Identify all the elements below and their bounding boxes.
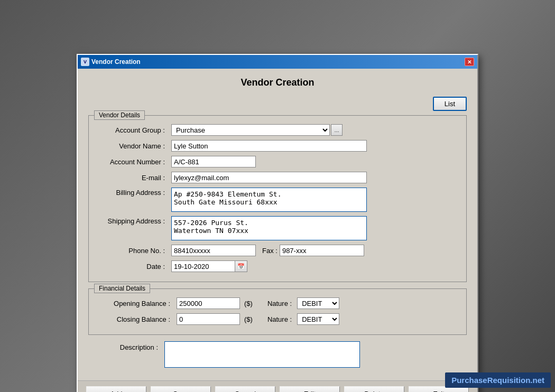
app-window: FA Financial Accounting (Standard Editio… — [0, 0, 555, 392]
phone-fax-row: Phone No. : Fax : — [95, 245, 460, 256]
cancel-button[interactable]: Cancel — [215, 386, 275, 392]
closing-balance-row: Closing Balance : ($) Nature : DEBIT CRE… — [95, 313, 460, 325]
account-group-browse-button[interactable]: ... — [331, 124, 343, 136]
closing-balance-label: Closing Balance : — [95, 315, 174, 323]
delete-button[interactable]: Delete — [344, 386, 404, 392]
dialog-heading: Vendor Creation — [88, 77, 467, 88]
shipping-address-input[interactable]: 557-2026 Purus St. Watertown TN 07xxx — [171, 216, 367, 240]
account-group-container: Purchase ... — [171, 124, 343, 136]
opening-balance-label: Opening Balance : — [95, 300, 174, 307]
dialog-title: Vendor Creation — [91, 58, 462, 66]
dialog-title-bar: V Vendor Creation ✕ — [78, 55, 477, 69]
email-row: E-mail : — [95, 172, 460, 183]
billing-address-label: Billing Address : — [95, 188, 169, 197]
opening-balance-input[interactable] — [177, 297, 240, 309]
vendor-name-label: Vendor Name : — [95, 142, 169, 150]
vendor-details-label: Vendor Details — [94, 110, 145, 120]
fax-input[interactable] — [280, 245, 364, 256]
watermark: PurchaseRequisition.net — [445, 372, 551, 388]
dialog-close-button[interactable]: ✕ — [465, 58, 474, 66]
dialog-overlay: V Vendor Creation ✕ Vendor Creation List… — [0, 49, 555, 392]
list-button[interactable]: List — [433, 97, 467, 111]
dialog-footer: Add Save Cancel Edit Delete Exit — [78, 380, 477, 392]
date-label: Date : — [95, 263, 169, 270]
add-button[interactable]: Add — [86, 386, 146, 392]
shipping-address-row: Shipping Address : 557-2026 Purus St. Wa… — [95, 216, 460, 240]
opening-currency: ($) — [244, 300, 253, 307]
vendor-name-row: Vendor Name : — [95, 140, 460, 152]
dialog-icon: V — [81, 58, 89, 66]
account-number-input[interactable] — [171, 156, 256, 167]
description-input[interactable] — [164, 341, 360, 368]
billing-address-row: Billing Address : Ap #250-9843 Elementum… — [95, 188, 460, 212]
closing-currency: ($) — [244, 315, 253, 323]
phone-input[interactable] — [171, 245, 256, 256]
content-area: V Vendor Creation ✕ Vendor Creation List… — [0, 49, 555, 392]
billing-address-input[interactable]: Ap #250-9843 Elementum St. South Gate Mi… — [171, 188, 367, 212]
email-label: E-mail : — [95, 174, 169, 182]
date-input[interactable] — [171, 260, 235, 272]
description-row: Description : — [88, 341, 467, 368]
account-group-select[interactable]: Purchase — [171, 124, 330, 136]
account-number-label: Account Number : — [95, 158, 169, 166]
vendor-creation-dialog: V Vendor Creation ✕ Vendor Creation List… — [77, 54, 478, 392]
opening-nature-select[interactable]: DEBIT CREDIT — [297, 297, 339, 309]
list-button-container: List — [88, 97, 467, 111]
save-button[interactable]: Save — [151, 386, 211, 392]
account-group-label: Account Group : — [95, 126, 169, 134]
opening-balance-row: Opening Balance : ($) Nature : DEBIT CRE… — [95, 297, 460, 309]
watermark-text: PurchaseRequisition.net — [451, 376, 544, 385]
date-row: Date : 📅 — [95, 260, 460, 272]
account-group-row: Account Group : Purchase ... — [95, 124, 460, 136]
date-picker-button[interactable]: 📅 — [235, 260, 247, 272]
financial-details-section: Financial Details Opening Balance : ($) … — [88, 288, 467, 335]
account-number-row: Account Number : — [95, 156, 460, 167]
email-input[interactable] — [171, 172, 367, 183]
description-label: Description : — [88, 341, 162, 351]
shipping-address-label: Shipping Address : — [95, 216, 169, 225]
opening-nature-label: Nature : — [257, 300, 295, 307]
dialog-content: Vendor Creation List Vendor Details Acco… — [78, 69, 477, 380]
vendor-details-section: Vendor Details Account Group : Purchase … — [88, 115, 467, 282]
vendor-name-input[interactable] — [171, 140, 367, 152]
closing-nature-select[interactable]: DEBIT CREDIT — [297, 313, 339, 325]
edit-button[interactable]: Edit — [280, 386, 340, 392]
date-input-container: 📅 — [171, 260, 247, 272]
closing-balance-input[interactable] — [177, 313, 240, 325]
fax-label: Fax : — [258, 247, 278, 255]
financial-details-label: Financial Details — [94, 284, 150, 293]
phone-label: Phone No. : — [95, 247, 169, 255]
closing-nature-label: Nature : — [257, 315, 295, 323]
